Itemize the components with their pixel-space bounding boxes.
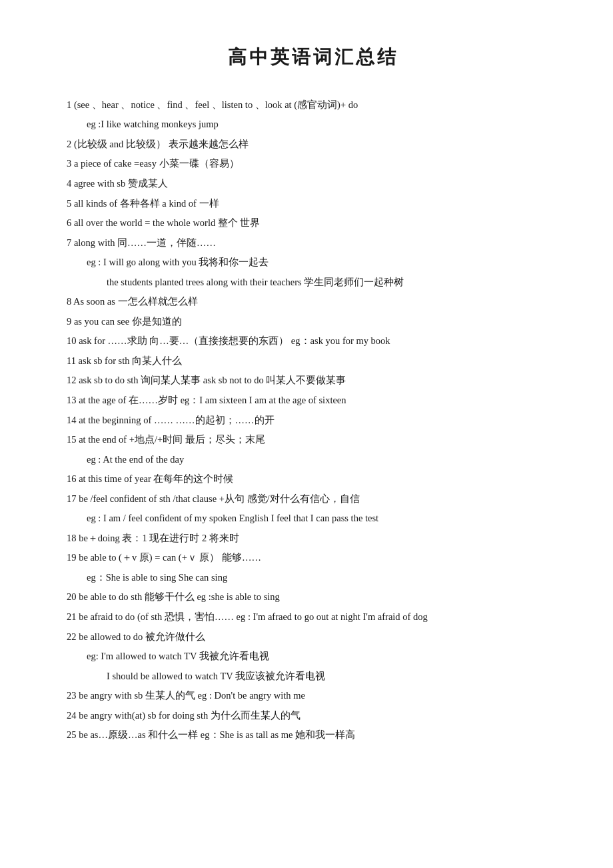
content-line-14: 14 at the beginning of …… ……的起初；……的开 <box>67 411 560 430</box>
content-line-25: 25 be as…原级…as 和什么一样 eg：She is as tall a… <box>67 726 560 745</box>
content-line-13: 13 at the age of 在……岁时 eg：I am sixteen I… <box>67 391 560 410</box>
content-line-7eg2: the students planted trees along with th… <box>67 273 560 292</box>
content-line-19: 19 be able to (＋v 原) = can (+ｖ 原） 能够…… <box>67 549 560 567</box>
content-line-22eg1: eg: I'm allowed to watch TV 我被允许看电视 <box>67 647 560 666</box>
content-line-17: 17 be /feel confident of sth /that claus… <box>67 490 560 509</box>
content-line-23: 23 be angry with sb 生某人的气 eg : Don't be … <box>67 687 560 705</box>
content-line-6: 6 all over the world = the whole world 整… <box>67 214 560 233</box>
content-line-7: 7 along with 同……一道，伴随…… <box>67 234 560 253</box>
content-line-15: 15 at the end of +地点/+时间 最后；尽头；末尾 <box>67 431 560 449</box>
content-line-22eg2: I should be allowed to watch TV 我应该被允许看电… <box>67 667 560 686</box>
content-line-12: 12 ask sb to do sth 询问某人某事 ask sb not to… <box>67 371 560 390</box>
content-line-8: 8 As soon as 一怎么样就怎么样 <box>67 293 560 311</box>
content-line-24: 24 be angry with(at) sb for doing sth 为什… <box>67 707 560 725</box>
content-line-18: 18 be＋doing 表：1 现在进行时 2 将来时 <box>67 529 560 548</box>
content-line-20: 20 be able to do sth 能够干什么 eg :she is ab… <box>67 588 560 607</box>
content-area: 1 (see 、hear 、notice 、find 、feel 、listen… <box>67 96 560 745</box>
content-line-11: 11 ask sb for sth 向某人什么 <box>67 352 560 371</box>
content-line-21: 21 be afraid to do (of sth 恐惧，害怕…… eg : … <box>67 608 560 627</box>
content-line-15eg: eg : At the end of the day <box>67 451 560 469</box>
content-line-10: 10 ask for ……求助 向…要…（直接接想要的东西） eg：ask yo… <box>67 332 560 351</box>
content-line-3: 3 a piece of cake =easy 小菜一碟（容易） <box>67 155 560 173</box>
content-line-2: 2 (比较级 and 比较级） 表示越来越怎么样 <box>67 135 560 154</box>
content-line-17eg: eg : I am / feel confident of my spoken … <box>67 509 560 528</box>
content-line-16: 16 at this time of year 在每年的这个时候 <box>67 470 560 489</box>
content-line-22: 22 be allowed to do 被允许做什么 <box>67 628 560 647</box>
content-line-4: 4 agree with sb 赞成某人 <box>67 175 560 193</box>
content-line-1: 1 (see 、hear 、notice 、find 、feel 、listen… <box>67 96 560 115</box>
content-line-9: 9 as you can see 你是知道的 <box>67 313 560 331</box>
page-title: 高中英语词汇总结 <box>67 40 560 75</box>
content-line-19eg: eg：She is able to sing She can sing <box>67 569 560 587</box>
content-line-1eg: eg :I like watching monkeys jump <box>67 115 560 134</box>
content-line-5: 5 all kinds of 各种各样 a kind of 一样 <box>67 195 560 213</box>
content-line-7eg1: eg : I will go along with you 我将和你一起去 <box>67 253 560 272</box>
